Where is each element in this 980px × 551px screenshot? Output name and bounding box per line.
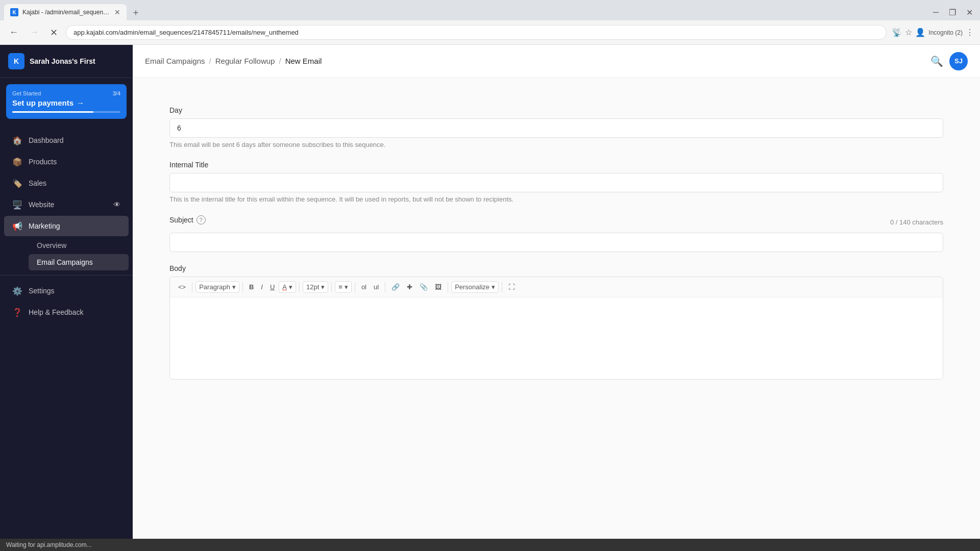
tab-bar: K Kajabi - /admin/email_sequence... ✕ ＋ …: [0, 0, 980, 20]
toolbar-divider-2: [242, 282, 243, 292]
search-button[interactable]: 🔍: [930, 55, 943, 67]
profile-icon[interactable]: 👤: [915, 28, 925, 37]
incognito-label: Incognito (2): [928, 29, 963, 36]
align-dropdown-icon: ▾: [345, 283, 348, 291]
sidebar-item-label-settings: Settings: [29, 287, 55, 295]
toolbar-unordered-list-btn[interactable]: ul: [371, 281, 382, 293]
sidebar-item-label-marketing: Marketing: [29, 222, 60, 230]
sidebar-item-label-help: Help & Feedback: [29, 308, 83, 316]
breadcrumb-regular-followup[interactable]: Regular Followup: [215, 57, 275, 65]
sidebar-item-label-sales: Sales: [29, 179, 46, 187]
cta-progress-text: 3/4: [113, 90, 120, 96]
toolbar-fullscreen-btn[interactable]: ⛶: [505, 281, 518, 293]
main-content: Email Campaigns / Regular Followup / New…: [133, 45, 980, 539]
sidebar-logo: K: [8, 53, 24, 69]
sidebar-nav: 🏠 Dashboard 📦 Products 🏷️ Sales 🖥️ Websi…: [0, 125, 133, 275]
toolbar-divider-8: [502, 282, 502, 292]
address-bar-container: ← → ✕ app.kajabi.com/admin/email_sequenc…: [0, 20, 980, 45]
toolbar-italic-btn[interactable]: I: [258, 281, 266, 293]
close-window-icon[interactable]: ✕: [963, 7, 976, 18]
browser-chrome: K Kajabi - /admin/email_sequence... ✕ ＋ …: [0, 0, 980, 45]
sidebar-item-help[interactable]: ❓ Help & Feedback: [4, 302, 129, 322]
toolbar-image-btn[interactable]: 🖼: [432, 281, 445, 293]
url-bar[interactable]: app.kajabi.com/admin/email_sequences/214…: [66, 25, 887, 40]
internal-title-input[interactable]: [169, 173, 943, 192]
breadcrumb: Email Campaigns / Regular Followup / New…: [145, 57, 322, 65]
toolbar-divider-3: [299, 282, 300, 292]
toolbar-divider-6: [385, 282, 385, 292]
toolbar-divider-7: [448, 282, 448, 292]
body-label: Body: [169, 264, 943, 272]
toolbar-font-color-select[interactable]: A ▾: [279, 281, 296, 293]
tab-favicon: K: [10, 8, 18, 16]
reload-button[interactable]: ✕: [47, 25, 61, 40]
help-icon: ❓: [12, 307, 22, 317]
internal-title-hint: This is the internal title for this emai…: [169, 195, 943, 203]
sidebar-item-settings[interactable]: ⚙️ Settings: [4, 281, 129, 301]
sales-icon: 🏷️: [12, 178, 22, 188]
new-tab-button[interactable]: ＋: [129, 5, 143, 19]
marketing-icon: 📢: [12, 221, 22, 231]
sidebar-item-dashboard[interactable]: 🏠 Dashboard: [4, 130, 129, 151]
day-group: Day This email will be sent 6 days after…: [169, 106, 943, 148]
toolbar-ordered-list-btn[interactable]: ol: [358, 281, 370, 293]
back-button[interactable]: ←: [6, 25, 21, 40]
sidebar: K Sarah Jonas's First Get Started 3/4 Se…: [0, 45, 133, 539]
subject-input[interactable]: [169, 233, 943, 252]
cta-title: Set up payments →: [12, 98, 120, 107]
cta-progress-fill: [12, 111, 93, 113]
day-input[interactable]: [169, 118, 943, 138]
cta-arrow: →: [77, 98, 84, 107]
toolbar-link-btn[interactable]: 🔗: [388, 281, 403, 293]
sidebar-scroll: 🏠 Dashboard 📦 Products 🏷️ Sales 🖥️ Websi…: [0, 125, 133, 539]
toolbar-font-size-select[interactable]: 12pt ▾: [303, 281, 328, 293]
sub-nav: Overview Email Campaigns: [0, 237, 133, 270]
active-tab[interactable]: K Kajabi - /admin/email_sequence... ✕: [4, 4, 127, 20]
status-bar: Waiting for api.amplitude.com...: [0, 539, 980, 551]
close-tab-icon[interactable]: ✕: [114, 8, 120, 16]
sidebar-header: K Sarah Jonas's First: [0, 45, 133, 78]
sidebar-item-products[interactable]: 📦 Products: [4, 152, 129, 172]
toolbar-underline-btn[interactable]: U: [267, 281, 278, 293]
toolbar-code-btn[interactable]: <>: [175, 281, 189, 293]
more-icon[interactable]: ⋮: [966, 28, 974, 37]
sidebar-item-marketing[interactable]: 📢 Marketing: [4, 216, 129, 236]
minimize-icon[interactable]: ─: [930, 7, 942, 18]
breadcrumb-sep-2: /: [279, 57, 281, 65]
internal-title-label: Internal Title: [169, 161, 943, 169]
toolbar-attach-btn[interactable]: 📎: [416, 281, 431, 293]
body-editor-content[interactable]: [170, 297, 943, 379]
settings-icon: ⚙️: [12, 286, 22, 296]
dashboard-icon: 🏠: [12, 135, 22, 145]
url-text: app.kajabi.com/admin/email_sequences/214…: [74, 29, 299, 36]
forward-button[interactable]: →: [27, 25, 42, 40]
breadcrumb-email-campaigns[interactable]: Email Campaigns: [145, 57, 205, 65]
sidebar-item-overview[interactable]: Overview: [29, 237, 129, 254]
sidebar-item-label-products: Products: [29, 158, 57, 166]
sidebar-item-sales[interactable]: 🏷️ Sales: [4, 173, 129, 193]
subject-help-icon[interactable]: ?: [197, 215, 206, 224]
sidebar-item-website[interactable]: 🖥️ Website 👁: [4, 194, 129, 215]
bookmark-icon[interactable]: ☆: [905, 28, 912, 37]
avatar[interactable]: SJ: [949, 52, 968, 70]
sidebar-item-email-campaigns[interactable]: Email Campaigns: [29, 254, 129, 270]
sidebar-cta[interactable]: Get Started 3/4 Set up payments →: [6, 84, 127, 119]
internal-title-group: Internal Title This is the internal titl…: [169, 161, 943, 203]
day-label: Day: [169, 106, 943, 114]
personalize-dropdown-icon: ▾: [492, 283, 495, 291]
overview-label: Overview: [37, 241, 66, 249]
website-icon: 🖥️: [12, 199, 22, 210]
toolbar-personalize-select[interactable]: Personalize ▾: [451, 281, 499, 293]
restore-icon[interactable]: ❐: [946, 7, 959, 18]
cast-icon[interactable]: 📡: [892, 28, 902, 37]
website-eye-icon: 👁: [113, 201, 120, 209]
email-campaigns-label: Email Campaigns: [37, 258, 93, 266]
body-editor: <> Paragraph ▾ B I U A: [169, 277, 943, 380]
toolbar-align-select[interactable]: ≡ ▾: [335, 281, 352, 293]
toolbar-paragraph-select[interactable]: Paragraph ▾: [195, 281, 239, 293]
day-hint: This email will be sent 6 days after som…: [169, 141, 943, 148]
toolbar-add-btn[interactable]: ✚: [404, 281, 415, 293]
window-controls: ─ ❐ ✕: [930, 7, 976, 18]
subject-label-row: Subject ? 0 / 140 characters: [169, 215, 943, 229]
toolbar-bold-btn[interactable]: B: [246, 281, 257, 293]
